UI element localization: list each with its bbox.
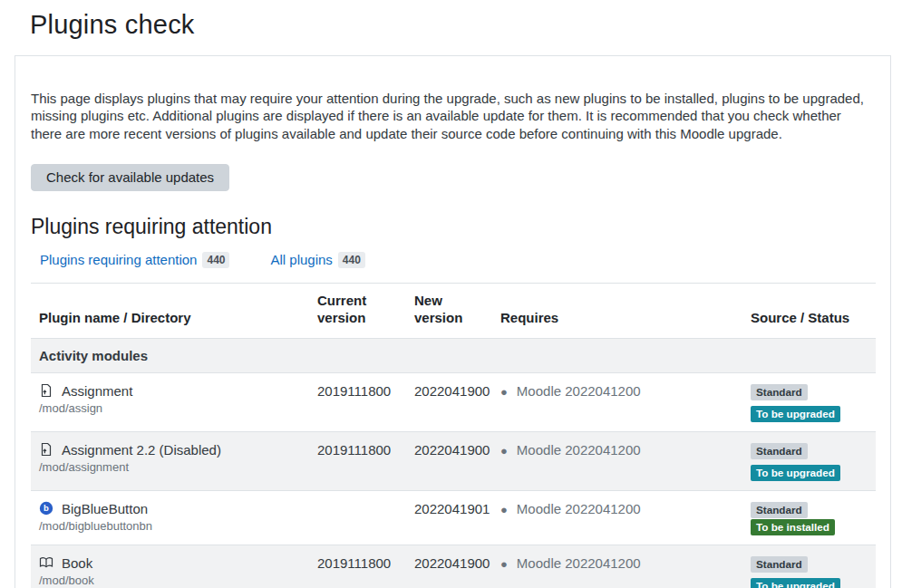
current-version	[309, 490, 406, 545]
requires-value: Moodle 2022041200	[517, 501, 641, 516]
status-cell: Standard To be upgraded	[742, 431, 876, 490]
plugin-group-header: Activity modules	[31, 338, 876, 372]
new-version: 2022041900	[406, 431, 492, 490]
new-version: 2022041901	[406, 490, 492, 545]
requires-value: Moodle 2022041200	[517, 555, 641, 571]
tab-all-plugins-link[interactable]: All plugins	[270, 252, 332, 267]
status-cell: StandardTo be installed	[742, 490, 876, 545]
plugin-name: Assignment	[62, 383, 132, 399]
requires-cell: ●Moodle 2022041200	[492, 490, 742, 545]
intro-text: This page displays plugins that may requ…	[31, 90, 875, 142]
source-badge: Standard	[751, 443, 808, 459]
column-header-new-version: New version	[406, 283, 492, 338]
plugin-directory: /mod/assignment	[39, 460, 300, 474]
plugin-directory: /mod/book	[39, 574, 300, 587]
status-badge: To be upgraded	[751, 578, 840, 588]
current-version: 2019111800	[309, 545, 406, 588]
table-row: Book /mod/book 2019111800 2022041900 ●Mo…	[31, 545, 876, 588]
plugin-name: Book	[62, 555, 92, 571]
column-header-current-version: Current version	[309, 283, 406, 338]
status-badge: To be installed	[751, 519, 835, 535]
new-version: 2022041900	[406, 372, 492, 431]
page-title: Plugins check	[30, 10, 902, 40]
assignment-file-icon	[39, 383, 53, 398]
plugins-check-panel: This page displays plugins that may requ…	[15, 55, 891, 588]
plugin-directory: /mod/bigbluebuttonbn	[39, 519, 300, 533]
plugin-name: Assignment 2.2 (Disabled)	[62, 442, 221, 458]
source-badge: Standard	[751, 384, 808, 400]
tab-plugins-requiring-attention-link[interactable]: Plugins requiring attention	[40, 252, 197, 267]
column-header-source-status: Source / Status	[742, 283, 876, 338]
status-badge: To be upgraded	[751, 406, 840, 422]
tab-all-plugins[interactable]: All plugins440	[270, 252, 364, 268]
current-version: 2019111800	[309, 372, 406, 431]
section-heading: Plugins requiring attention	[31, 215, 875, 239]
table-header-row: Plugin name / Directory Current version …	[31, 283, 876, 338]
column-header-requires: Requires	[492, 283, 742, 338]
book-icon	[39, 555, 53, 570]
current-version: 2019111800	[309, 431, 406, 490]
plugins-tabs: Plugins requiring attention440 All plugi…	[40, 252, 875, 268]
table-row: Assignment /mod/assign 2019111800 202204…	[31, 372, 876, 431]
plugin-directory: /mod/assign	[39, 401, 300, 415]
tab-plugins-requiring-attention[interactable]: Plugins requiring attention440	[40, 252, 229, 268]
bullet-icon: ●	[500, 385, 508, 399]
plugin-name: BigBlueButton	[62, 501, 148, 516]
plugins-table: Plugin name / Directory Current version …	[31, 283, 876, 588]
table-row: b BigBlueButton /mod/bigbluebuttonbn 202…	[31, 490, 876, 545]
assignment-file-icon	[39, 442, 53, 457]
table-row: Assignment 2.2 (Disabled) /mod/assignmen…	[31, 431, 876, 490]
bullet-icon: ●	[500, 503, 508, 516]
plugin-group-label: Activity modules	[31, 338, 876, 372]
requires-value: Moodle 2022041200	[517, 442, 641, 458]
bullet-icon: ●	[500, 444, 508, 458]
tab-count-badge: 440	[202, 252, 229, 268]
check-updates-button[interactable]: Check for available updates	[31, 164, 229, 191]
column-header-plugin-name: Plugin name / Directory	[31, 283, 309, 338]
source-badge: Standard	[751, 556, 808, 573]
bullet-icon: ●	[500, 557, 508, 571]
status-cell: Standard To be upgraded	[742, 372, 876, 431]
status-cell: Standard To be upgraded	[742, 545, 876, 588]
svg-text:b: b	[44, 504, 49, 514]
status-badge: To be upgraded	[751, 465, 840, 481]
requires-cell: ●Moodle 2022041200	[492, 372, 742, 431]
tab-count-badge: 440	[338, 252, 365, 268]
bigbluebutton-icon: b	[39, 501, 53, 516]
source-badge: Standard	[751, 502, 808, 518]
requires-cell: ●Moodle 2022041200	[492, 431, 742, 490]
requires-cell: ●Moodle 2022041200	[492, 545, 742, 588]
requires-value: Moodle 2022041200	[517, 383, 641, 399]
new-version: 2022041900	[406, 545, 492, 588]
